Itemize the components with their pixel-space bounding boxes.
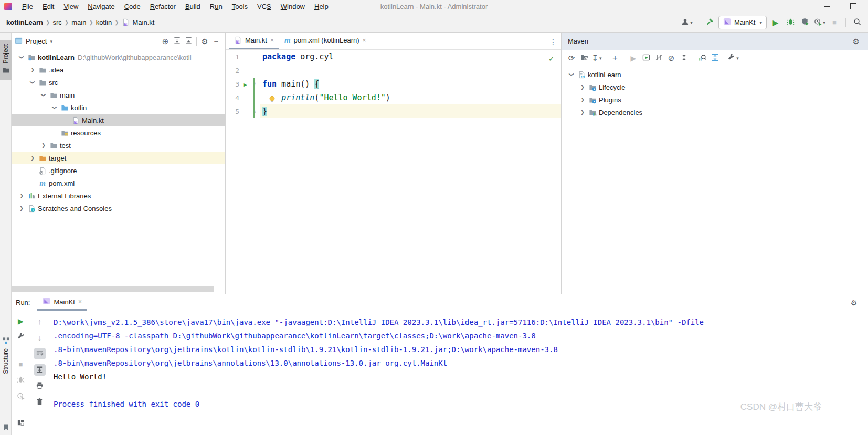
tree-item--idea[interactable]: ❯.idea <box>12 63 225 76</box>
tree-item-kotlinlearn[interactable]: ❯mkotlinLearn <box>562 68 868 81</box>
menu-item-run[interactable]: Run <box>205 2 227 12</box>
debug-button[interactable] <box>785 17 796 28</box>
stop-process-button[interactable]: ■ <box>15 358 27 370</box>
fold-marker-icon[interactable]: ∧ <box>251 109 258 114</box>
options-gear-icon[interactable]: ⚙ <box>199 36 210 47</box>
run-button[interactable]: ▶ <box>770 17 781 28</box>
menu-item-refactor[interactable]: Refactor <box>145 2 181 12</box>
hide-panel-icon[interactable]: − <box>210 36 222 47</box>
chevron-down-icon[interactable]: ❯ <box>41 90 46 100</box>
close-icon[interactable]: × <box>78 298 82 305</box>
tree-item-test[interactable]: ❯test <box>12 139 225 152</box>
menu-item-window[interactable]: Window <box>276 2 310 12</box>
code-editor[interactable]: 123▶∨45∧ package org.cylfun main() { pri… <box>226 50 561 118</box>
chevron-right-icon[interactable]: ❯ <box>578 97 587 102</box>
breadcrumb-item-file[interactable]: Main.kt <box>132 18 156 26</box>
tree-item-kotlin[interactable]: ❯kotlin <box>12 101 225 114</box>
chevron-down-icon[interactable]: ❯ <box>52 103 57 112</box>
run-with-coverage-button[interactable] <box>799 17 811 28</box>
chevron-right-icon[interactable]: ❯ <box>17 193 26 198</box>
stripe-tab-bookmarks[interactable]: arks <box>0 423 12 435</box>
chevron-right-icon[interactable]: ❯ <box>17 206 26 211</box>
menu-item-view[interactable]: View <box>59 2 83 12</box>
close-icon[interactable]: × <box>363 37 366 44</box>
chevron-right-icon[interactable]: ❯ <box>578 110 587 115</box>
tree-item-dependencies[interactable]: ❯Dependencies <box>562 106 868 119</box>
run-maven-goal-icon[interactable]: ▶ <box>628 52 639 64</box>
restart-debug-icon[interactable] <box>15 375 27 386</box>
tree-item-lifecycle[interactable]: ❯Lifecycle <box>562 81 868 93</box>
close-icon[interactable]: × <box>270 37 274 44</box>
tree-item-kotlinlearn[interactable]: ❯kotlinLearnD:\githubWork\githubappearan… <box>12 51 225 63</box>
menu-item-help[interactable]: Help <box>310 2 333 12</box>
stop-button[interactable]: ■ <box>829 17 840 28</box>
toggle-offline-mode-icon[interactable]: ⊘ <box>665 52 677 64</box>
tree-item-pom-xml[interactable]: mpom.xml <box>12 177 225 189</box>
tree-item--gitignore[interactable]: .gitignore <box>12 164 225 177</box>
next-occurrence-icon[interactable]: ↓ <box>34 332 46 343</box>
scroll-to-end-icon[interactable] <box>34 364 46 376</box>
skip-tests-icon[interactable] <box>653 52 664 64</box>
breadcrumb-item-src[interactable]: src <box>51 18 62 26</box>
chevron-right-icon[interactable]: ❯ <box>39 143 48 148</box>
search-everywhere-icon[interactable] <box>851 17 863 28</box>
tree-item-target[interactable]: ❯target <box>12 152 225 164</box>
soft-wrap-icon[interactable] <box>34 348 46 359</box>
chevron-right-icon[interactable]: ❯ <box>28 155 37 161</box>
chevron-down-icon[interactable]: ❯ <box>569 70 574 79</box>
profiler-button[interactable]: ▾ <box>814 17 825 28</box>
download-sources-icon[interactable]: ↧▾ <box>591 52 602 64</box>
chevron-down-icon[interactable]: ❯ <box>19 52 24 62</box>
chevron-down-icon[interactable]: ▾ <box>50 39 52 44</box>
print-icon[interactable] <box>34 380 46 392</box>
profiler-clock-icon[interactable] <box>15 391 27 402</box>
editor-tab-pom-xml-kotlinlearn-[interactable]: mpom.xml (kotlinLearn)× <box>279 33 372 49</box>
edit-configuration-wrench-icon[interactable] <box>15 332 27 343</box>
tree-item-external-libraries[interactable]: ❯External Libraries <box>12 189 225 202</box>
restore-layout-icon[interactable] <box>15 418 27 429</box>
expand-all-icon[interactable] <box>171 36 183 47</box>
run-console-output[interactable]: D:\work\jvms_v2.1.5_386\store\java17\bin… <box>49 311 868 435</box>
build-hammer-icon[interactable] <box>704 17 715 28</box>
fold-marker-icon[interactable]: ∨ <box>251 81 258 87</box>
inspections-ok-icon[interactable]: ✓ <box>549 54 554 63</box>
rerun-button[interactable]: ▶ <box>15 315 27 327</box>
editor-tab-main-kt[interactable]: Main.kt× <box>229 33 279 49</box>
breadcrumb-item-kotlinlearn[interactable]: kotlinLearn <box>5 18 44 26</box>
maven-settings-wrench-icon[interactable]: ▾ <box>727 52 739 64</box>
breadcrumb-item-kotlin[interactable]: kotlin <box>95 18 113 26</box>
maven-options-gear-icon[interactable]: ⚙ <box>850 36 862 47</box>
tree-item-main[interactable]: ❯main <box>12 89 225 101</box>
run-options-gear-icon[interactable]: ⚙ <box>848 297 860 309</box>
tree-item-plugins[interactable]: ❯Plugins <box>562 93 868 106</box>
user-profile-icon[interactable]: ▾ <box>681 17 693 28</box>
project-panel-title[interactable]: Project <box>26 37 47 45</box>
prev-occurrence-icon[interactable]: ↑ <box>34 315 46 327</box>
tree-item-src[interactable]: ❯src <box>12 76 225 89</box>
run-line-icon[interactable]: ▶ <box>244 81 247 88</box>
editor-options-dots-icon[interactable]: ⋮ <box>549 38 557 46</box>
clear-console-trash-icon[interactable] <box>34 397 46 408</box>
analyze-dependencies-icon[interactable] <box>696 52 708 64</box>
tree-item-resources[interactable]: resources <box>12 126 225 139</box>
minimize-button[interactable] <box>824 6 830 7</box>
menu-item-edit[interactable]: Edit <box>38 2 59 12</box>
tree-item-scratches-and-consoles[interactable]: ❯Scratches and Consoles <box>12 202 225 215</box>
stripe-tab-structure[interactable]: Structure <box>0 337 12 374</box>
generate-sources-folder-icon[interactable] <box>578 52 590 64</box>
tree-item-main-kt[interactable]: Main.kt <box>12 114 225 126</box>
run-configuration-select[interactable]: MainKt ▾ <box>718 16 767 29</box>
execute-maven-goal-icon[interactable] <box>640 52 652 64</box>
stripe-tab-project[interactable]: Project <box>0 40 12 80</box>
chevron-right-icon[interactable]: ❯ <box>578 84 587 90</box>
menu-item-navigate[interactable]: Navigate <box>83 2 119 12</box>
select-opened-file-icon[interactable]: ⊕ <box>160 36 171 47</box>
menu-item-file[interactable]: File <box>17 2 38 12</box>
menu-item-build[interactable]: Build <box>181 2 205 12</box>
chevron-down-icon[interactable]: ❯ <box>30 78 35 87</box>
collapse-all-icon[interactable] <box>183 36 194 47</box>
maximize-button[interactable] <box>850 3 856 9</box>
run-tab-mainkt[interactable]: MainKt × <box>37 294 87 311</box>
chevron-right-icon[interactable]: ❯ <box>28 67 37 72</box>
menu-item-vcs[interactable]: VCS <box>252 2 276 12</box>
